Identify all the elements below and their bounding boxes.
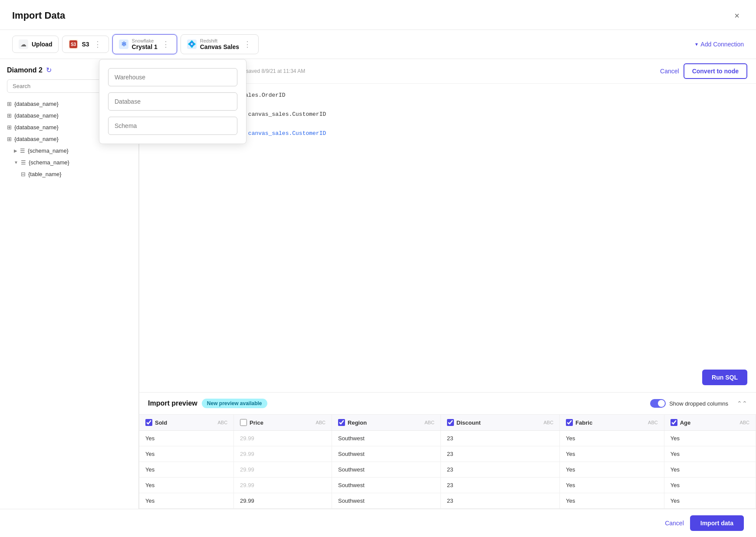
table-cell: Yes: [139, 462, 234, 478]
chevron-down-icon-2: ▼: [14, 160, 18, 165]
chevron-right-icon-1: ▶: [14, 148, 17, 153]
col-header-sold: Sold ABC: [139, 415, 234, 431]
redshift-icon: 💠: [187, 39, 197, 49]
col-checkbox-sold[interactable]: [145, 419, 152, 426]
code-content[interactable]: 20.CustomerName, canvas_sales.OrderID ON…: [160, 91, 756, 385]
col-checkbox-discount[interactable]: [447, 419, 454, 426]
snowflake-tab-name: Crystal 1: [132, 43, 158, 50]
table-cell: Southwest: [332, 462, 441, 478]
col-type-fabric: ABC: [648, 420, 658, 425]
table-cell: 23: [440, 446, 559, 462]
col-checkbox-price[interactable]: [240, 419, 247, 426]
table-cell: 23: [440, 431, 559, 446]
tree-item-table-1[interactable]: ⊟ {table_name}: [0, 168, 138, 180]
s3-tab-name: S3: [82, 41, 89, 48]
col-type-region: ABC: [424, 420, 434, 425]
toggle-switch[interactable]: [650, 399, 666, 408]
table-row: Yes29.99Southwest23YesYes: [139, 431, 756, 446]
col-header-region: Region ABC: [332, 415, 441, 431]
toggle-knob: [658, 400, 665, 407]
table-cell: Yes: [560, 478, 664, 493]
table-cell: Yes: [664, 478, 756, 493]
col-checkbox-region[interactable]: [338, 419, 345, 426]
col-name-sold: Sold: [155, 419, 167, 426]
preview-section: Import preview New preview available Sho…: [139, 392, 756, 509]
col-header-age: Age ABC: [664, 415, 756, 431]
preview-header: Import preview New preview available Sho…: [139, 393, 756, 415]
col-name-discount: Discount: [457, 419, 481, 426]
convert-to-node-button[interactable]: Convert to node: [684, 63, 747, 79]
upload-icon: ☁: [19, 39, 28, 49]
code-line-3: ON Customers.CustomerID = canvas_sales.C…: [160, 110, 749, 119]
preview-table-body: Yes29.99Southwest23YesYesYes29.99Southwe…: [139, 431, 756, 509]
s3-tab[interactable]: S3 S3 ⋮: [62, 36, 108, 53]
modal-footer: Cancel Import data: [0, 509, 756, 537]
table-cell: Yes: [664, 462, 756, 478]
table-cell: Southwest: [332, 478, 441, 493]
import-data-modal: Import Data × ☁ Upload S3 S3 ⋮ ❄ S: [0, 0, 756, 537]
warehouse-input[interactable]: [108, 68, 237, 86]
db-label-1: {database_name}: [14, 101, 59, 107]
sidebar-title: Diamond 2: [7, 66, 43, 74]
schema-input[interactable]: [108, 117, 237, 135]
code-line-2: [160, 100, 749, 110]
import-data-button[interactable]: Import data: [690, 515, 744, 531]
svg-text:S3: S3: [71, 42, 76, 47]
snowflake-tab[interactable]: ❄ Snowflake Crystal 1 ⋮: [112, 34, 177, 54]
table-row: Yes29.99Southwest23YesYes: [139, 493, 756, 509]
table-cell: Yes: [664, 446, 756, 462]
run-sql-button[interactable]: Run SQL: [702, 370, 747, 385]
table-cell: 29.99: [234, 462, 332, 478]
col-name-region: Region: [348, 419, 367, 426]
col-name-price: Price: [250, 419, 263, 426]
redshift-tab[interactable]: 💠 Redshift Canvas Sales ⋮: [181, 34, 259, 54]
snowflake-tab-label: Snowflake: [132, 38, 158, 43]
tree-item-schema-2[interactable]: ▼ ☰ {schema_name}: [0, 157, 138, 168]
redshift-tab-name: Canvas Sales: [200, 43, 239, 50]
table-cell: Yes: [139, 478, 234, 493]
close-button[interactable]: ×: [730, 9, 744, 23]
col-header-price: Price ABC: [234, 415, 332, 431]
show-dropped-toggle[interactable]: Show dropped columns: [650, 399, 728, 408]
connection-bar: ☁ Upload S3 S3 ⋮ ❄ Snowflake Crystal 1 ⋮: [0, 30, 756, 59]
collapse-icon[interactable]: ⌃⌃: [737, 400, 747, 407]
show-dropped-label: Show dropped columns: [669, 400, 728, 407]
table-cell: 29.99: [234, 446, 332, 462]
s3-tab-menu[interactable]: ⋮: [93, 39, 102, 49]
col-checkbox-age[interactable]: [671, 419, 677, 426]
preview-title: Import preview: [148, 399, 197, 407]
table-cell: Yes: [560, 446, 664, 462]
col-name-fabric: Fabric: [575, 419, 592, 426]
redshift-tab-menu[interactable]: ⋮: [243, 39, 252, 49]
schema-label-2: {schema_name}: [29, 159, 69, 166]
redshift-tab-label: Redshift: [200, 38, 239, 43]
upload-tab-name: Upload: [32, 41, 52, 48]
footer-cancel-button[interactable]: Cancel: [665, 520, 684, 527]
col-header-fabric: Fabric ABC: [560, 415, 664, 431]
schema-icon-1: ☰: [20, 147, 25, 154]
table-row: Yes29.99Southwest23YesYes: [139, 462, 756, 478]
table-cell: Yes: [139, 446, 234, 462]
db-label-3: {database_name}: [14, 124, 59, 131]
table-cell: Southwest: [332, 431, 441, 446]
refresh-icon[interactable]: ↻: [46, 66, 52, 74]
modal-title: Import Data: [12, 10, 725, 21]
table-cell: Yes: [139, 431, 234, 446]
tree-item-schema-1[interactable]: ▶ ☰ {schema_name}: [0, 145, 138, 157]
cancel-button[interactable]: Cancel: [660, 68, 679, 75]
snowflake-tab-menu[interactable]: ⋮: [161, 39, 171, 49]
col-checkbox-fabric[interactable]: [566, 419, 573, 426]
editor-actions: Cancel Convert to node: [660, 63, 747, 79]
db-icon-3: ⊞: [7, 124, 12, 131]
code-line-1: 20.CustomerName, canvas_sales.OrderID: [160, 91, 749, 100]
database-input[interactable]: [108, 92, 237, 111]
col-type-price: ABC: [316, 420, 325, 425]
table-cell: 23: [440, 493, 559, 509]
db-icon-1: ⊞: [7, 101, 12, 107]
db-label-4: {database_name}: [14, 136, 59, 142]
new-preview-badge: New preview available: [202, 399, 267, 408]
col-name-age: Age: [680, 419, 691, 426]
db-icon-2: ⊞: [7, 112, 12, 119]
add-connection-button[interactable]: ▾ Add Connection: [695, 41, 744, 48]
upload-tab[interactable]: ☁ Upload: [12, 36, 59, 53]
